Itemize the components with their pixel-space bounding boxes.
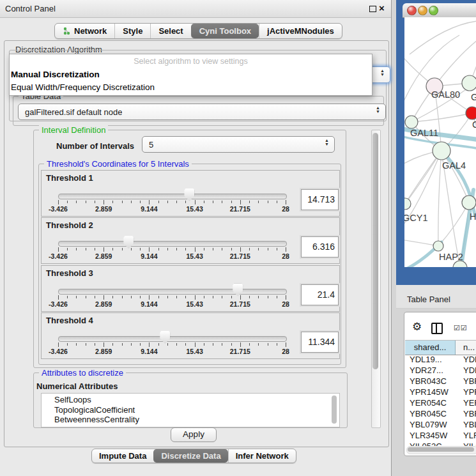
graph-node-g[interactable] [462,75,476,91]
slider-thumb[interactable] [184,188,194,201]
tab-style[interactable]: Style [114,24,150,38]
dropdown-prompt-item[interactable]: Select algorithm to view settings [10,56,372,68]
float-window-icon[interactable] [369,6,376,12]
slider-thumb[interactable] [160,331,170,344]
slider-track[interactable] [58,336,287,342]
columns-icon[interactable] [431,323,443,334]
threshold-value-field[interactable]: 21.4 [301,284,339,305]
slider-thumb[interactable] [123,236,134,249]
slider-track[interactable] [58,241,287,247]
threshold-value-field[interactable]: 6.316 [301,236,339,257]
list-scrollbar-thumb[interactable] [332,395,337,424]
tab-infer-network[interactable]: Infer Network [228,449,296,463]
tick-mark [149,295,150,300]
tick-label: 9.144 [131,348,167,355]
network-canvas[interactable]: GAL80GCGAL11GAL4GCY1HHAP2 [404,17,476,267]
close-traffic-light[interactable] [407,6,417,15]
tick-mark [76,343,77,346]
slider-thumb[interactable] [233,284,243,296]
zoom-traffic-light[interactable] [429,6,438,15]
tick-mark [112,201,113,203]
graph-node-gal11[interactable] [405,116,418,128]
tick-mark [131,201,132,203]
table-row[interactable]: YBR043CYBR0 [405,376,476,387]
tab-jactivemnodules[interactable]: jActiveMNodules [259,24,342,38]
table-row[interactable]: YPR145WYPR1 [405,387,476,398]
tick-mark [204,201,204,203]
attribute-item-betweennesscentrality[interactable]: BetweennessCentrality [42,415,339,425]
stepper-icon: ▲▼ [376,106,380,114]
table-row[interactable]: YDR27...YDR2 [405,365,476,376]
tick-mark [213,296,213,298]
threshold-panel-1: Threshold 1-3.4262.8599.14415.4321.71528… [41,170,340,217]
table-row[interactable]: YER054CYER0 [405,398,476,409]
tick-mark [122,201,123,203]
stepper-icon: ▲▼ [325,139,329,146]
dropdown-item-manual-discretization[interactable]: Manual Discretization [10,68,372,81]
apply-button[interactable]: Apply [171,427,217,442]
tick-mark [86,343,86,346]
cell-name: YER0 [455,398,476,409]
tick-mark [268,201,268,203]
tick-mark [58,247,59,252]
close-icon[interactable]: × [379,3,385,13]
cell-name: YBL0 [455,420,476,431]
scrollbar-thumb[interactable] [408,447,474,452]
threshold-value-field[interactable]: 11.344 [301,332,339,353]
cell-shared-name: YDL19... [405,355,455,365]
minimize-traffic-light[interactable] [418,6,427,15]
tick-mark [67,201,68,203]
graph-node-h[interactable] [462,196,476,210]
tick-mark [286,295,286,300]
node-label: C [472,119,476,130]
tick-mark [258,248,259,250]
number-of-intervals-combobox[interactable]: 5 ▲▼ [142,136,335,153]
column-header-name[interactable]: n... [456,341,476,355]
column-header-shared-name[interactable]: shared... [405,341,456,355]
gear-icon[interactable]: ⚙ [412,321,422,332]
tick-mark [167,248,168,250]
table-data-combobox[interactable]: galFiltered.sif default node ▲▼ [18,104,386,120]
table-row[interactable]: YBR045CYBR0 [405,409,476,420]
threshold-panel-2: Threshold 2-3.4262.8599.14415.4321.71528… [41,217,340,264]
scrollbar-thumb[interactable] [372,133,378,369]
control-panel-titlebar: Control Panel × [0,0,391,18]
tick-mark [140,343,141,346]
tick-mark [249,343,250,346]
tab-cyni-toolbox[interactable]: Cyni Toolbox [191,24,259,38]
tab-impute-data[interactable]: Impute Data [92,449,153,463]
select-columns-icon[interactable]: ☑☑ [454,324,468,332]
graph-node-gal4[interactable] [433,142,450,160]
slider-track[interactable] [58,194,287,199]
table-row[interactable]: YIL052CYIL0 [405,441,476,446]
table-row[interactable]: YDL19...YDL1 [405,355,476,365]
tick-mark [286,342,286,347]
network-window-titlebar [403,3,476,18]
graph-node-hap2[interactable] [433,241,443,251]
cell-name: YLR3 [455,431,476,441]
table-horizontal-scrollbar[interactable] [406,446,476,454]
tick-label: 21.715 [222,205,258,213]
dropdown-item-equal-width-frequency-discretization[interactable]: Equal Width/Frequency Discretization [10,81,372,94]
main-vertical-scrollbar[interactable] [371,130,381,428]
tick-mark [213,201,213,203]
threshold-value-field[interactable]: 14.713 [301,189,339,210]
tick-mark [231,248,232,250]
tick-mark [258,296,259,298]
tab-network[interactable]: Network [55,24,114,38]
numerical-attributes-list[interactable]: SelfLoopsTopologicalCoefficientBetweenne… [41,393,340,427]
tick-mark [222,201,222,203]
tab-discretize-data[interactable]: Discretize Data [153,449,227,463]
attribute-item-selfloops[interactable]: SelfLoops [42,395,339,405]
table-row[interactable]: YLR345WYLR3 [405,431,476,441]
graph-node-c[interactable] [466,107,476,119]
number-of-intervals-label: Number of Intervals [56,141,134,151]
graph-node-gcy1[interactable] [404,198,411,210]
table-row[interactable]: YBL079WYBL0 [405,420,476,431]
tab-select[interactable]: Select [150,24,190,38]
tick-mark [258,201,259,203]
tick-mark [286,247,286,252]
tick-mark [185,201,186,203]
slider-track[interactable] [58,289,287,295]
attribute-item-topologicalcoefficient[interactable]: TopologicalCoefficient [42,405,339,415]
